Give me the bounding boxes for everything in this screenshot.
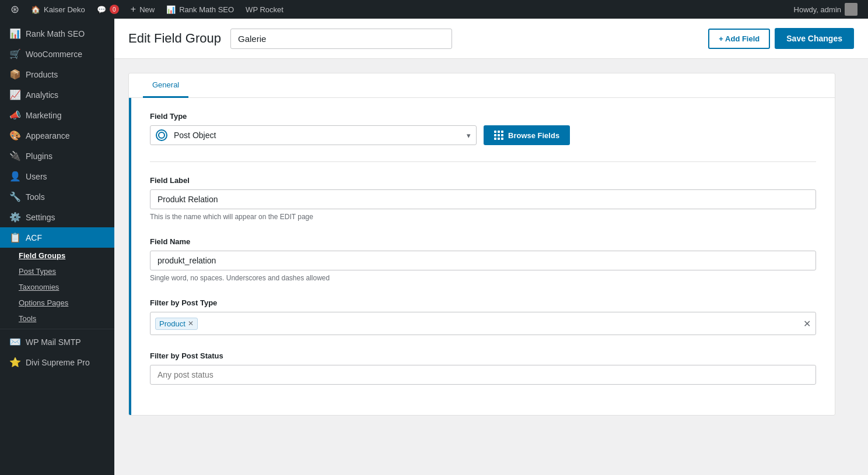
rank-math-sidebar-icon: 📊: [9, 28, 21, 39]
sidebar-label-woocommerce: WooCommerce: [26, 50, 82, 59]
add-field-button[interactable]: + Add Field: [708, 29, 770, 49]
sidebar-sub-post-types[interactable]: Post Types: [0, 263, 114, 279]
analytics-icon: 📈: [9, 89, 21, 100]
field-name-input[interactable]: [150, 251, 816, 270]
plugins-icon: 🔌: [9, 150, 21, 161]
group-name-input[interactable]: [230, 29, 452, 49]
settings-icon: ⚙️: [9, 212, 21, 223]
filter-post-status-input[interactable]: [150, 365, 816, 385]
sidebar-item-woocommerce[interactable]: 🛒 WooCommerce: [0, 44, 114, 64]
add-field-label: + Add Field: [719, 34, 760, 43]
acf-icon: 📋: [9, 232, 21, 243]
field-label-group: Field Label This is the name which will …: [150, 176, 816, 221]
products-icon: 📦: [9, 69, 21, 80]
site-name-label: Kaiser Deko: [44, 5, 85, 14]
browse-fields-label: Browse Fields: [508, 131, 559, 140]
sidebar-label-products: Products: [26, 70, 58, 79]
tab-general[interactable]: General: [143, 73, 188, 98]
sidebar-sub-field-groups[interactable]: Field Groups: [0, 248, 114, 263]
site-name[interactable]: 🏠 Kaiser Deko: [25, 0, 91, 19]
sidebar-item-divi-supreme[interactable]: ⭐ Divi Supreme Pro: [0, 352, 114, 372]
sidebar-label-appearance: Appearance: [26, 131, 70, 140]
wp-mail-icon: ✉️: [9, 336, 21, 347]
sidebar-label-divi-supreme: Divi Supreme Pro: [26, 358, 90, 367]
field-tabs: General: [129, 73, 835, 98]
wp-logo[interactable]: ⊛: [5, 0, 25, 19]
rank-math-label: Rank Math SEO: [179, 5, 234, 14]
field-card: General Field Type Post Object: [128, 73, 835, 416]
filter-post-type-label: Filter by Post Type: [150, 298, 816, 307]
sidebar-label-marketing: Marketing: [26, 111, 61, 120]
sidebar-sub-options-pages[interactable]: Options Pages: [0, 295, 114, 311]
new-label: New: [139, 5, 155, 14]
sidebar-item-acf[interactable]: 📋 ACF: [0, 227, 114, 248]
browse-fields-button[interactable]: Browse Fields: [484, 125, 570, 145]
sidebar-label-users: Users: [26, 172, 47, 181]
sidebar-label-plugins: Plugins: [26, 152, 52, 161]
field-label-input[interactable]: [150, 189, 816, 209]
wp-rocket-item[interactable]: WP Rocket: [240, 0, 289, 19]
filter-post-status-label: Filter by Post Status: [150, 351, 816, 360]
post-object-icon: [156, 129, 167, 141]
field-type-select[interactable]: Post Object: [150, 125, 477, 145]
marketing-icon: 📣: [9, 110, 21, 121]
field-name-label: Field Name: [150, 237, 816, 246]
wp-rocket-label: WP Rocket: [246, 5, 284, 14]
new-item[interactable]: + New: [125, 0, 160, 19]
field-name-group: Field Name Single word, no spaces. Under…: [150, 237, 816, 282]
sidebar-label-rank-math: Rank Math SEO: [26, 29, 85, 38]
sidebar-item-rank-math[interactable]: 📊 Rank Math SEO: [0, 23, 114, 44]
product-tag-label: Product: [159, 319, 186, 328]
section-divider: [150, 161, 816, 162]
divi-icon: ⭐: [9, 357, 21, 368]
users-icon: 👤: [9, 171, 21, 182]
plus-icon: +: [131, 4, 136, 15]
field-label-hint: This is the name which will appear on th…: [150, 213, 816, 221]
rank-math-item[interactable]: 📊 Rank Math SEO: [160, 0, 240, 19]
sidebar-item-wp-mail-smtp[interactable]: ✉️ WP Mail SMTP: [0, 332, 114, 352]
sidebar-label-settings: Settings: [26, 213, 55, 222]
filter-post-type-input[interactable]: Product ✕ ✕: [150, 312, 816, 335]
woocommerce-icon: 🛒: [9, 48, 21, 59]
sidebar-item-users[interactable]: 👤 Users: [0, 166, 114, 187]
filter-post-status-group: Filter by Post Status: [150, 351, 816, 385]
field-type-select-wrapper: Post Object ▾: [150, 125, 477, 145]
sidebar-item-products[interactable]: 📦 Products: [0, 64, 114, 85]
sidebar-item-settings[interactable]: ⚙️ Settings: [0, 207, 114, 227]
field-name-hint: Single word, no spaces. Underscores and …: [150, 274, 816, 282]
sidebar-item-analytics[interactable]: 📈 Analytics: [0, 85, 114, 105]
remove-product-tag[interactable]: ✕: [188, 320, 194, 327]
sidebar-item-tools[interactable]: 🔧 Tools: [0, 187, 114, 207]
tags-clear-icon[interactable]: ✕: [803, 318, 811, 329]
save-label: Save Changes: [786, 34, 842, 43]
appearance-icon: 🎨: [9, 130, 21, 141]
sidebar-label-wp-mail-smtp: WP Mail SMTP: [26, 337, 81, 347]
field-label-label: Field Label: [150, 176, 816, 185]
sidebar-item-marketing[interactable]: 📣 Marketing: [0, 105, 114, 125]
sidebar-label-acf: ACF: [26, 233, 42, 242]
avatar: [845, 3, 858, 16]
wp-icon: ⊛: [10, 3, 19, 16]
sidebar-item-appearance[interactable]: 🎨 Appearance: [0, 125, 114, 146]
sidebar-sub-taxonomies[interactable]: Taxonomies: [0, 279, 114, 295]
page-header: Edit Field Group + Add Field Save Change…: [114, 19, 868, 59]
howdy-label: Howdy, admin: [794, 5, 841, 14]
sidebar-label-analytics: Analytics: [26, 90, 58, 100]
product-tag[interactable]: Product ✕: [155, 318, 198, 330]
sidebar-item-plugins[interactable]: 🔌 Plugins: [0, 146, 114, 166]
page-title: Edit Field Group: [128, 31, 221, 46]
howdy-item[interactable]: Howdy, admin: [788, 0, 863, 19]
comments-item[interactable]: 💬 0: [91, 0, 125, 19]
filter-post-type-group: Filter by Post Type Product ✕ ✕: [150, 298, 816, 335]
rank-math-icon: 📊: [166, 5, 176, 14]
header-actions: + Add Field Save Changes: [708, 28, 854, 49]
field-type-group: Field Type Post Object ▾: [150, 112, 816, 145]
comment-icon: 💬: [97, 5, 106, 14]
grid-icon: [494, 131, 503, 140]
tools-icon: 🔧: [9, 191, 21, 202]
save-changes-button[interactable]: Save Changes: [775, 28, 854, 49]
sidebar-label-tools: Tools: [26, 192, 45, 202]
field-type-label: Field Type: [150, 112, 816, 121]
sidebar-sub-tools[interactable]: Tools: [0, 311, 114, 326]
home-icon: 🏠: [31, 5, 40, 14]
